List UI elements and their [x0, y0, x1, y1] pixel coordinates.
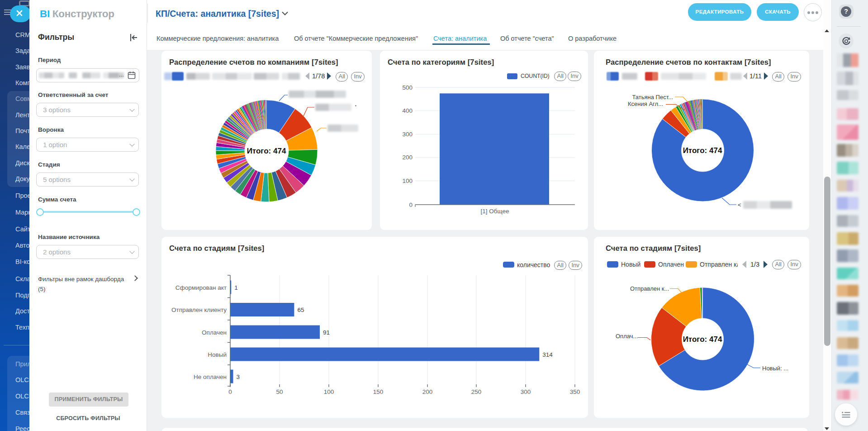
svg-text:250: 250 — [471, 388, 482, 395]
svg-text:150: 150 — [373, 388, 384, 395]
svg-text:200: 200 — [422, 388, 433, 395]
svg-text:Сформирован акт: Сформирован акт — [175, 284, 227, 291]
svg-text:0: 0 — [409, 201, 413, 208]
svg-text:Оплачен: Оплачен — [202, 329, 227, 336]
svg-text:1: 1 — [234, 284, 238, 291]
svg-text:[1] Общее: [1] Общее — [481, 208, 509, 215]
svg-text:0: 0 — [228, 388, 232, 395]
svg-text:400: 400 — [402, 107, 413, 114]
svg-text:50: 50 — [276, 388, 283, 395]
svg-text:300: 300 — [402, 131, 413, 138]
svg-text:500: 500 — [402, 84, 413, 91]
svg-text:Не оплачен: Не оплачен — [194, 374, 227, 380]
svg-text:200: 200 — [402, 154, 413, 161]
svg-text:Новый: Новый — [208, 351, 227, 358]
svg-text:3: 3 — [237, 374, 240, 380]
svg-text:91: 91 — [323, 329, 330, 336]
svg-text:Отправлен клиенту: Отправлен клиенту — [171, 306, 227, 313]
svg-text:314: 314 — [542, 351, 553, 358]
svg-text:300: 300 — [521, 388, 531, 395]
svg-text:100: 100 — [402, 177, 413, 184]
svg-text:100: 100 — [324, 388, 334, 395]
svg-text:350: 350 — [570, 388, 580, 395]
svg-text:65: 65 — [297, 306, 304, 313]
